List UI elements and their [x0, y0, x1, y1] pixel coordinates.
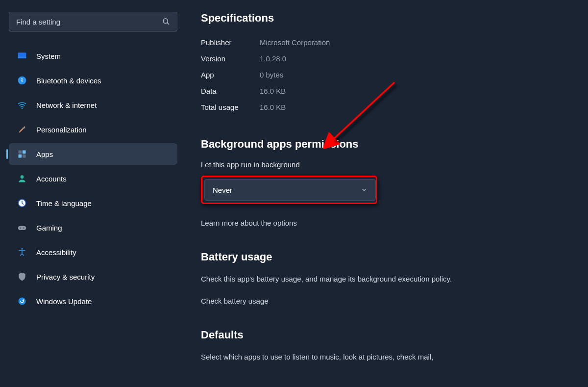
background-run-dropdown[interactable]: Never — [204, 179, 376, 201]
defaults-description: Select which apps to use to listen to mu… — [201, 351, 495, 363]
spec-label: App — [201, 71, 260, 79]
spec-row-publisher: Publisher Microsoft Corporation — [201, 34, 568, 51]
system-icon — [17, 51, 27, 61]
spec-value: 0 bytes — [260, 71, 283, 79]
spec-label: Total usage — [201, 103, 260, 111]
defaults-heading: Defaults — [201, 329, 568, 341]
sidebar-item-label: Accounts — [36, 175, 67, 183]
spec-value: 1.0.28.0 — [260, 54, 286, 63]
sidebar-item-gaming[interactable]: Gaming — [9, 217, 177, 238]
spec-value: 16.0 KB — [260, 103, 286, 111]
search-icon — [162, 18, 170, 26]
sidebar-item-network[interactable]: Network & internet — [9, 94, 177, 116]
svg-rect-8 — [19, 155, 22, 158]
svg-rect-13 — [18, 226, 26, 230]
sidebar-item-system[interactable]: System — [9, 45, 177, 67]
svg-rect-6 — [19, 151, 22, 154]
shield-icon — [17, 271, 27, 282]
bluetooth-icon — [17, 75, 27, 86]
battery-description: Check this app's battery usage, and mana… — [201, 273, 495, 285]
spec-row-total: Total usage 16.0 KB — [201, 99, 568, 115]
spec-value: 16.0 KB — [260, 87, 286, 95]
svg-rect-9 — [23, 155, 26, 158]
sidebar-item-label: Time & language — [36, 199, 92, 207]
sidebar-item-label: Windows Update — [36, 297, 92, 306]
svg-point-5 — [22, 107, 23, 109]
sidebar-item-accessibility[interactable]: Accessibility — [9, 241, 177, 263]
spec-value: Microsoft Corporation — [260, 38, 330, 47]
gaming-icon — [17, 222, 27, 233]
sidebar-item-apps[interactable]: Apps — [9, 143, 177, 165]
background-run-label: Let this app run in background — [201, 160, 568, 169]
sidebar-item-label: System — [36, 52, 61, 60]
background-permissions-heading: Background apps permissions — [201, 138, 568, 151]
check-battery-link[interactable]: Check battery usage — [201, 297, 568, 305]
sidebar-item-privacy[interactable]: Privacy & security — [9, 266, 177, 287]
sidebar-nav: System Bluetooth & devices Network & int… — [9, 45, 177, 312]
sidebar-item-label: Bluetooth & devices — [36, 77, 101, 85]
chevron-down-icon — [361, 186, 368, 193]
svg-point-0 — [163, 19, 168, 23]
battery-usage-heading: Battery usage — [201, 251, 568, 263]
svg-point-17 — [19, 298, 26, 305]
spec-label: Publisher — [201, 38, 260, 47]
wifi-icon — [17, 100, 27, 110]
sidebar-item-windows-update[interactable]: Windows Update — [9, 290, 177, 312]
dropdown-selected-value: Never — [213, 186, 232, 194]
clock-icon — [17, 198, 27, 208]
learn-more-link[interactable]: Learn more about the options — [201, 219, 568, 227]
svg-rect-7 — [23, 151, 26, 154]
sidebar-item-personalization[interactable]: Personalization — [9, 119, 177, 140]
sidebar-item-label: Gaming — [36, 224, 62, 232]
spec-row-data: Data 16.0 KB — [201, 83, 568, 99]
spec-label: Data — [201, 87, 260, 95]
update-icon — [17, 296, 27, 307]
paintbrush-icon — [17, 124, 27, 135]
svg-point-14 — [20, 228, 21, 229]
apps-icon — [17, 149, 27, 159]
svg-line-1 — [167, 23, 169, 25]
svg-point-16 — [21, 248, 23, 250]
spec-label: Version — [201, 54, 260, 63]
sidebar-item-accounts[interactable]: Accounts — [9, 168, 177, 189]
svg-point-15 — [23, 228, 24, 229]
svg-point-10 — [21, 175, 24, 179]
accounts-icon — [17, 173, 27, 184]
specifications-heading: Specifications — [201, 12, 568, 25]
accessibility-icon — [17, 247, 27, 258]
svg-rect-3 — [18, 57, 26, 58]
sidebar-item-time-language[interactable]: Time & language — [9, 192, 177, 214]
spec-row-version: Version 1.0.28.0 — [201, 51, 568, 67]
sidebar-item-label: Personalization — [36, 126, 87, 134]
sidebar-item-label: Accessibility — [36, 248, 76, 257]
search-input[interactable] — [16, 18, 162, 26]
highlight-annotation: Never — [201, 176, 377, 204]
sidebar-item-label: Apps — [36, 150, 53, 158]
sidebar-item-bluetooth[interactable]: Bluetooth & devices — [9, 70, 177, 91]
sidebar-item-label: Privacy & security — [36, 273, 95, 281]
main-content: Specifications Publisher Microsoft Corpo… — [186, 0, 588, 387]
sidebar: System Bluetooth & devices Network & int… — [0, 0, 186, 387]
specifications-table: Publisher Microsoft Corporation Version … — [201, 34, 568, 115]
spec-row-app: App 0 bytes — [201, 67, 568, 83]
sidebar-item-label: Network & internet — [36, 101, 97, 109]
search-box[interactable] — [9, 12, 177, 31]
